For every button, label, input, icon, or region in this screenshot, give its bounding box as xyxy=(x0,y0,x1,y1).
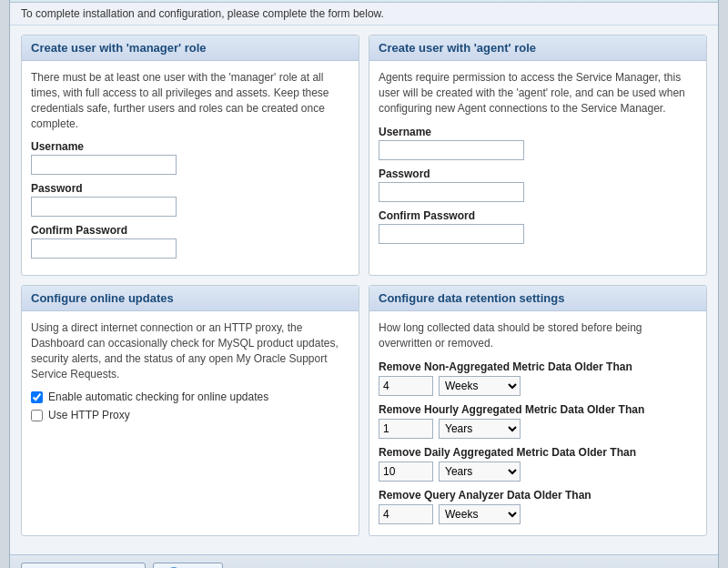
window-subtitle: To complete installation and configurati… xyxy=(10,3,718,25)
manager-password-input[interactable] xyxy=(31,197,177,217)
manager-password-label: Password xyxy=(31,182,349,195)
complete-setup-button[interactable]: ▶ Complete Setup xyxy=(21,563,146,568)
updates-description: Using a direct internet connection or an… xyxy=(31,320,349,381)
retention-panel-header: Configure data retention settings xyxy=(369,286,706,311)
retention-row-0: HoursDaysWeeksMonthsYears xyxy=(379,376,697,396)
retention-label-0: Remove Non-Aggregated Metric Data Older … xyxy=(379,360,697,373)
content-area: Create user with 'manager' role There mu… xyxy=(10,25,718,554)
retention-unit-select-2[interactable]: HoursDaysWeeksMonthsYears xyxy=(439,462,521,482)
retention-row-1: HoursDaysWeeksMonthsYears xyxy=(379,419,697,439)
http-proxy-group: Use HTTP Proxy xyxy=(31,409,349,421)
agent-password-group: Password xyxy=(379,167,697,202)
updates-panel: Configure online updates Using a direct … xyxy=(21,285,359,536)
retention-unit-select-3[interactable]: HoursDaysWeeksMonthsYears xyxy=(439,504,521,524)
retention-description: How long collected data should be stored… xyxy=(379,320,697,351)
manager-username-label: Username xyxy=(31,140,349,153)
enable-updates-label: Enable automatic checking for online upd… xyxy=(48,390,268,403)
retention-row-3: HoursDaysWeeksMonthsYears xyxy=(379,504,697,524)
agent-password-input[interactable] xyxy=(379,182,524,202)
http-proxy-label: Use HTTP Proxy xyxy=(48,409,130,421)
agent-description: Agents require permission to access the … xyxy=(379,70,697,116)
manager-description: There must be at least one user with the… xyxy=(31,70,349,131)
manager-password-group: Password xyxy=(31,182,349,217)
manager-panel: Create user with 'manager' role There mu… xyxy=(21,35,359,276)
retention-value-input-1[interactable] xyxy=(379,419,433,439)
window-footer: ▶ Complete Setup ? Help xyxy=(10,554,718,568)
retention-rows: Remove Non-Aggregated Metric Data Older … xyxy=(379,360,697,524)
agent-username-group: Username xyxy=(379,126,697,160)
retention-label-2: Remove Daily Aggregated Metric Data Olde… xyxy=(379,446,697,459)
retention-label-3: Remove Query Analyzer Data Older Than xyxy=(379,489,697,502)
retention-value-input-2[interactable] xyxy=(379,462,433,482)
retention-value-input-3[interactable] xyxy=(379,504,433,524)
bottom-panels-row: Configure online updates Using a direct … xyxy=(21,285,707,536)
retention-unit-select-1[interactable]: HoursDaysWeeksMonthsYears xyxy=(439,419,521,439)
http-proxy-checkbox[interactable] xyxy=(31,410,43,421)
agent-confirm-label: Confirm Password xyxy=(379,209,697,222)
manager-panel-body: There must be at least one user with the… xyxy=(22,61,359,275)
retention-label-1: Remove Hourly Aggregated Metric Data Old… xyxy=(379,403,697,416)
retention-panel-body: How long collected data should be stored… xyxy=(369,311,706,535)
manager-confirm-label: Confirm Password xyxy=(31,224,349,237)
agent-password-label: Password xyxy=(379,167,697,180)
enable-updates-group: Enable automatic checking for online upd… xyxy=(31,390,349,403)
top-panels-row: Create user with 'manager' role There mu… xyxy=(21,35,707,276)
manager-username-group: Username xyxy=(31,140,349,175)
agent-panel: Create user with 'agent' role Agents req… xyxy=(369,35,707,276)
agent-confirm-input[interactable] xyxy=(379,224,524,244)
retention-row-2: HoursDaysWeeksMonthsYears xyxy=(379,462,697,482)
manager-confirm-group: Confirm Password xyxy=(31,224,349,259)
agent-panel-body: Agents require permission to access the … xyxy=(369,61,706,259)
retention-value-input-0[interactable] xyxy=(379,376,433,396)
main-window: Welcome to MySQL Enterprise Monitor To c… xyxy=(9,0,719,568)
manager-panel-header: Create user with 'manager' role xyxy=(22,36,359,61)
manager-confirm-input[interactable] xyxy=(31,238,177,259)
updates-panel-header: Configure online updates xyxy=(22,286,359,311)
manager-username-input[interactable] xyxy=(31,155,177,175)
agent-username-label: Username xyxy=(379,126,697,138)
agent-confirm-group: Confirm Password xyxy=(379,209,697,244)
agent-panel-header: Create user with 'agent' role xyxy=(369,36,706,61)
agent-username-input[interactable] xyxy=(379,140,524,160)
retention-panel: Configure data retention settings How lo… xyxy=(369,285,707,536)
retention-unit-select-0[interactable]: HoursDaysWeeksMonthsYears xyxy=(439,376,521,396)
help-button[interactable]: ? Help xyxy=(153,563,223,568)
enable-updates-checkbox[interactable] xyxy=(31,391,43,403)
updates-panel-body: Using a direct internet connection or an… xyxy=(22,311,359,436)
